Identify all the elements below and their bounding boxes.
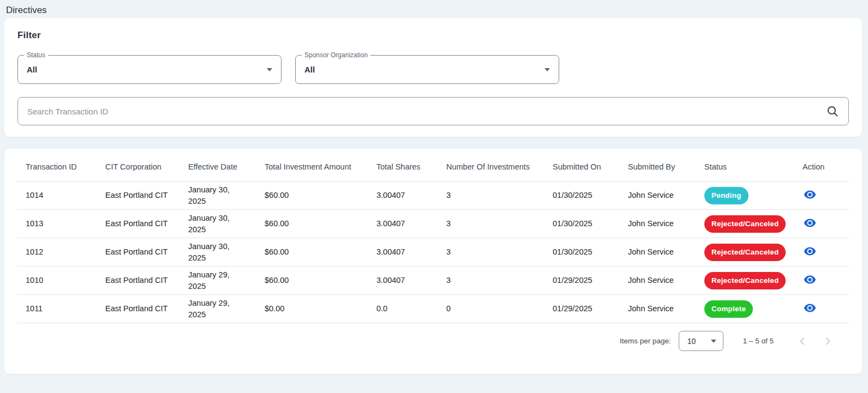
directives-table-card: Transaction ID CIT Corporation Effective… xyxy=(4,149,862,374)
cell-status: Pending xyxy=(696,182,794,210)
next-page-button[interactable] xyxy=(815,336,840,346)
search-input[interactable] xyxy=(17,97,849,125)
column-header-total-investment-amount: Total Investment Amount xyxy=(256,151,368,182)
status-badge: Complete xyxy=(704,300,753,318)
cell-number-of-investments: 3 xyxy=(438,238,544,267)
view-directive-button[interactable] xyxy=(803,303,817,313)
cell-submitted-on: 01/30/2025 xyxy=(544,182,619,210)
cell-action xyxy=(794,182,849,210)
column-header-cit-corporation: CIT Corporation xyxy=(97,151,179,182)
column-header-status: Status xyxy=(696,151,794,182)
cell-transaction-id: 1013 xyxy=(17,210,97,238)
filter-card: Filter Status All Sponsor Organization A… xyxy=(4,18,862,137)
cell-number-of-investments: 3 xyxy=(438,210,544,238)
cell-cit-corporation: East Portland CIT xyxy=(97,295,179,323)
cell-status: Rejected/Canceled xyxy=(696,238,794,267)
eye-icon xyxy=(804,304,816,312)
cell-total-shares: 3.00407 xyxy=(368,267,438,295)
cell-total-shares: 3.00407 xyxy=(368,210,438,238)
table-row: 1013 East Portland CIT January 30, 2025 … xyxy=(17,210,849,238)
eye-icon xyxy=(804,275,816,284)
eye-icon xyxy=(804,247,816,256)
table-row: 1011 East Portland CIT January 29, 2025 … xyxy=(17,295,849,323)
column-header-effective-date: Effective Date xyxy=(179,151,256,182)
status-badge: Rejected/Canceled xyxy=(704,244,786,261)
status-select-label: Status xyxy=(24,51,48,59)
filter-heading: Filter xyxy=(17,30,849,41)
cell-action xyxy=(794,267,849,295)
cell-status: Rejected/Canceled xyxy=(696,267,794,295)
status-badge: Rejected/Canceled xyxy=(704,272,786,289)
cell-submitted-by: John Service xyxy=(619,182,696,210)
pagination-range-label: 1 – 5 of 5 xyxy=(743,337,774,345)
pagination-bar: Items per page: 10 1 – 5 of 5 xyxy=(4,323,862,351)
cell-transaction-id: 1012 xyxy=(17,238,97,267)
table-row: 1012 East Portland CIT January 30, 2025 … xyxy=(17,238,849,267)
view-directive-button[interactable] xyxy=(803,274,817,285)
sponsor-organization-select[interactable]: Sponsor Organization All xyxy=(295,55,559,84)
column-header-number-of-investments: Number Of Investments xyxy=(438,151,544,182)
view-directive-button[interactable] xyxy=(803,217,817,228)
chevron-down-icon xyxy=(544,68,550,71)
cell-effective-date: January 29, 2025 xyxy=(179,267,256,295)
cell-total-investment-amount: $60.00 xyxy=(256,238,368,267)
cell-total-shares: 3.00407 xyxy=(368,182,438,210)
column-header-total-shares: Total Shares xyxy=(368,151,438,182)
view-directive-button[interactable] xyxy=(803,246,817,257)
cell-cit-corporation: East Portland CIT xyxy=(97,238,179,267)
cell-total-investment-amount: $60.00 xyxy=(256,267,368,295)
column-header-submitted-by: Submitted By xyxy=(619,151,696,182)
previous-page-button[interactable] xyxy=(790,336,815,346)
cell-cit-corporation: East Portland CIT xyxy=(97,267,179,295)
cell-submitted-by: John Service xyxy=(619,267,696,295)
chevron-down-icon xyxy=(267,68,272,71)
items-per-page-label: Items per page: xyxy=(620,337,671,345)
cell-submitted-on: 01/30/2025 xyxy=(544,238,619,267)
eye-icon xyxy=(804,219,816,227)
search-field xyxy=(17,97,849,125)
chevron-right-icon xyxy=(823,336,833,346)
cell-number-of-investments: 3 xyxy=(438,182,544,210)
eye-icon xyxy=(804,190,816,199)
cell-total-investment-amount: $60.00 xyxy=(256,182,368,210)
cell-transaction-id: 1011 xyxy=(17,295,97,323)
cell-total-shares: 0.0 xyxy=(368,295,438,323)
items-per-page-select[interactable]: 10 xyxy=(679,331,723,351)
cell-number-of-investments: 3 xyxy=(438,267,544,295)
cell-transaction-id: 1014 xyxy=(17,182,97,210)
column-header-transaction-id: Transaction ID xyxy=(17,151,97,182)
cell-submitted-on: 01/30/2025 xyxy=(544,210,619,238)
cell-transaction-id: 1010 xyxy=(17,267,97,295)
items-per-page-value: 10 xyxy=(687,337,696,346)
cell-number-of-investments: 0 xyxy=(438,295,544,323)
sponsor-organization-select-label: Sponsor Organization xyxy=(302,51,370,59)
table-header-row: Transaction ID CIT Corporation Effective… xyxy=(17,151,849,182)
column-header-action: Action xyxy=(794,151,849,182)
cell-total-investment-amount: $60.00 xyxy=(256,210,368,238)
status-badge: Pending xyxy=(704,187,749,204)
table-row: 1010 East Portland CIT January 29, 2025 … xyxy=(17,267,849,295)
status-select-value: All xyxy=(27,65,37,74)
cell-submitted-by: John Service xyxy=(619,295,696,323)
chevron-down-icon xyxy=(711,340,716,343)
cell-effective-date: January 30, 2025 xyxy=(179,182,256,210)
cell-total-investment-amount: $0.00 xyxy=(256,295,368,323)
table-row: 1014 East Portland CIT January 30, 2025 … xyxy=(17,182,849,210)
cell-status: Rejected/Canceled xyxy=(696,210,794,238)
search-icon[interactable] xyxy=(826,105,839,118)
status-badge: Rejected/Canceled xyxy=(704,215,786,233)
cell-status: Complete xyxy=(696,295,794,323)
cell-action xyxy=(794,295,849,323)
cell-action xyxy=(794,210,849,238)
cell-effective-date: January 29, 2025 xyxy=(179,295,256,323)
cell-cit-corporation: East Portland CIT xyxy=(97,210,179,238)
chevron-left-icon xyxy=(798,336,807,346)
status-select[interactable]: Status All xyxy=(17,55,282,84)
column-header-submitted-on: Submitted On xyxy=(544,151,619,182)
cell-action xyxy=(794,238,849,267)
cell-total-shares: 3.00407 xyxy=(368,238,438,267)
filter-selects-row: Status All Sponsor Organization All xyxy=(17,55,849,84)
sponsor-organization-select-value: All xyxy=(304,65,315,74)
view-directive-button[interactable] xyxy=(803,189,817,200)
cell-effective-date: January 30, 2025 xyxy=(179,238,256,267)
